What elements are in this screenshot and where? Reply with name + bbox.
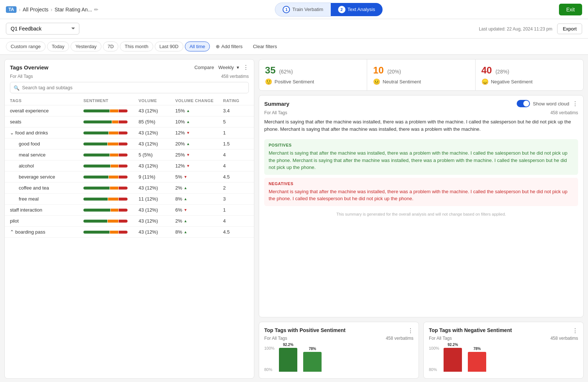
- volume-value: 43 (12%): [139, 163, 175, 169]
- neg-bar-2: 78%: [468, 347, 486, 372]
- negatives-text: Merchant is saying that after the machin…: [269, 188, 574, 202]
- rating-value: 4.5: [223, 229, 249, 235]
- clear-filters-button[interactable]: Clear filters: [248, 42, 282, 51]
- filter-all-time[interactable]: All time: [185, 42, 210, 51]
- neg-chart-y1: 100%: [429, 346, 439, 350]
- step-text-analysis[interactable]: 2 Text Analysis: [331, 3, 383, 16]
- summary-card: Summary Show word cloud ⋮ For All Tags 4…: [259, 95, 584, 317]
- volume-value: 9 (11%): [139, 174, 175, 180]
- col-volume: VOLUME: [139, 98, 175, 103]
- volume-change: 15%▲: [175, 108, 223, 113]
- word-cloud-toggle[interactable]: Show word cloud: [517, 100, 569, 107]
- filter-custom-range[interactable]: Custom range: [6, 42, 46, 51]
- tag-name[interactable]: good food: [10, 141, 83, 147]
- search-bar[interactable]: 🔍: [10, 82, 249, 93]
- neutral-count: 10: [373, 65, 384, 76]
- negative-chart-more-icon[interactable]: ⋮: [572, 327, 578, 334]
- breadcrumb-project-name[interactable]: Star Rating An...: [54, 7, 92, 12]
- positives-label: POSITIVES: [269, 143, 574, 147]
- tag-name[interactable]: staff interaction: [10, 207, 83, 213]
- tags-overview-more-icon[interactable]: ⋮: [243, 64, 249, 71]
- summary-verbatims: 458 verbatims: [551, 110, 578, 115]
- volume-change: 2%▲: [175, 185, 223, 191]
- col-volume-change: VOLUME CHANGE: [175, 98, 223, 103]
- neutral-label: Neutral Sentiment: [383, 79, 421, 84]
- toggle-switch[interactable]: [517, 100, 530, 107]
- filter-today[interactable]: Today: [47, 42, 69, 51]
- search-input[interactable]: [10, 82, 249, 93]
- step1-num: 1: [283, 6, 290, 13]
- summary-body-text: Merchant is saying that after the machin…: [259, 118, 583, 136]
- add-filters-button[interactable]: ⊕ Add filters: [211, 42, 247, 51]
- toggle-knob: [523, 101, 529, 107]
- tag-name[interactable]: alcohol: [10, 163, 83, 169]
- tag-name[interactable]: ⌄ food and drinks: [10, 130, 83, 136]
- tag-name[interactable]: pilot: [10, 218, 83, 224]
- tags-table: overall experience 43 (12%)15%▲3.4seats …: [5, 105, 254, 238]
- positives-box: POSITIVES Merchant is saying that after …: [264, 139, 578, 175]
- volume-change: 6%▼: [175, 207, 223, 213]
- filter-this-month[interactable]: This month: [120, 42, 153, 51]
- sentiment-bar: [83, 143, 139, 145]
- step2-num: 2: [338, 6, 345, 13]
- table-row: staff interaction 43 (12%)6%▼1: [5, 205, 254, 216]
- tag-name[interactable]: coffee and tea: [10, 185, 83, 191]
- filter-bar: Custom range Today Yesterday 7D This mon…: [0, 39, 588, 55]
- table-row: ⌄ food and drinks 43 (12%)12%▼1: [5, 127, 254, 138]
- neutral-emoji: 😐: [373, 78, 380, 85]
- filter-yesterday[interactable]: Yesterday: [71, 42, 101, 51]
- bottom-charts: Top Tags with Positive Sentiment ⋮ For A…: [259, 322, 584, 379]
- positive-chart-more-icon[interactable]: ⋮: [408, 327, 413, 334]
- filter-7d[interactable]: 7D: [103, 42, 119, 51]
- negative-label: Negative Sentiment: [491, 79, 533, 84]
- pos-chart-y2: 80%: [264, 367, 275, 372]
- edit-icon[interactable]: ✏: [94, 7, 98, 12]
- summary-more-icon[interactable]: ⋮: [572, 100, 578, 107]
- volume-change: 8%▲: [175, 229, 223, 235]
- tag-name[interactable]: overall experience: [10, 108, 83, 113]
- tag-name[interactable]: meal service: [10, 152, 83, 158]
- export-button[interactable]: Export: [557, 24, 582, 34]
- table-row: meal service 5 (5%)25%▼4: [5, 149, 254, 161]
- pipeline-steps: 1 Train Verbatim 2 Text Analysis: [275, 3, 382, 17]
- table-row: alcohol 43 (12%)12%▼4: [5, 161, 254, 172]
- tag-name[interactable]: beverage service: [10, 174, 83, 180]
- breadcrumb-all-projects[interactable]: All Projects: [23, 7, 49, 12]
- positive-chart-card: Top Tags with Positive Sentiment ⋮ For A…: [259, 322, 419, 379]
- volume-change: 2%▲: [175, 218, 223, 224]
- negatives-label: NEGATIVES: [269, 181, 574, 186]
- positive-label: Positive Sentiment: [275, 79, 314, 84]
- tag-name[interactable]: ⌃ boarding pass: [10, 229, 83, 235]
- sentiment-bar: [83, 109, 139, 112]
- summary-title: Summary: [264, 101, 289, 107]
- positive-sentiment-card: 35 (62%) 🙂 Positive Sentiment: [259, 60, 367, 90]
- sentiment-bar: [83, 187, 139, 190]
- tags-overview-subtitle: For All Tags: [10, 74, 33, 79]
- sentiment-bar: [83, 120, 139, 123]
- neutral-sentiment-card: 10 (20%) 😐 Neutral Sentiment: [367, 60, 475, 90]
- negative-chart-verbatims: 458 verbatims: [551, 336, 578, 341]
- breadcrumb-sep1: ›: [19, 7, 21, 12]
- sentiment-bar: [83, 176, 139, 179]
- volume-value: 43 (12%): [139, 207, 175, 213]
- positive-count: 35: [265, 65, 276, 76]
- step-train-verbatim[interactable]: 1 Train Verbatim: [275, 3, 331, 17]
- negative-count: 40: [481, 65, 492, 76]
- exit-button[interactable]: Exit: [559, 4, 582, 15]
- filter-last-90d[interactable]: Last 90D: [155, 42, 183, 51]
- sentiment-bar: [83, 198, 139, 201]
- feedback-dropdown[interactable]: Q1 Feedback: [6, 23, 79, 35]
- compare-weekly-button[interactable]: Compare Weekly ▾: [194, 65, 239, 70]
- step2-label: Text Analysis: [348, 7, 375, 12]
- sentiment-bar: [83, 154, 139, 156]
- volume-value: 43 (12%): [139, 141, 175, 147]
- tag-name[interactable]: seats: [10, 119, 83, 125]
- negative-chart-card: Top Tags with Negative Sentiment ⋮ For A…: [423, 322, 584, 379]
- table-row: good food 43 (12%)20%▲1.5: [5, 138, 254, 149]
- negative-chart-subtitle: For All Tags: [429, 336, 452, 341]
- tag-name[interactable]: free meal: [10, 196, 83, 202]
- volume-value: 11 (12%): [139, 196, 175, 202]
- sentiment-bar: [83, 231, 139, 234]
- sentiment-bar: [83, 220, 139, 223]
- col-tags: TAGS: [10, 98, 83, 103]
